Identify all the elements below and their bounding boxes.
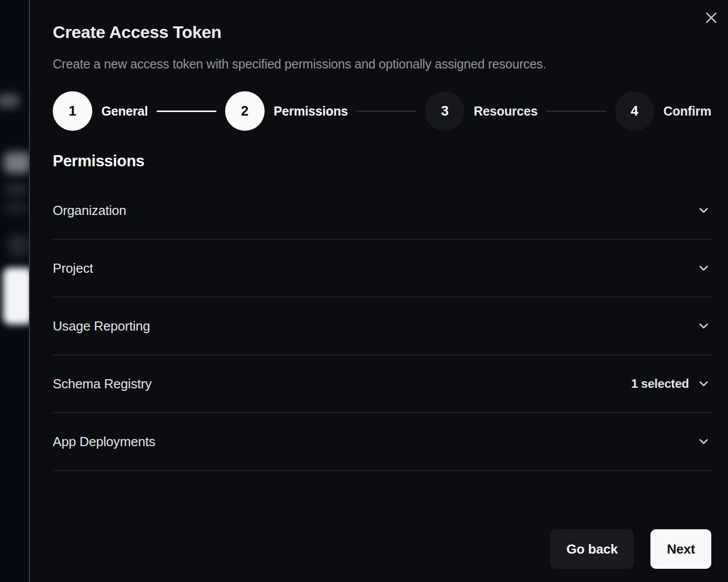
blurred-card-blob bbox=[3, 268, 29, 324]
step-connector bbox=[356, 111, 416, 112]
permissions-accordion: Organization Project bbox=[53, 182, 711, 471]
permissions-heading: Permissions bbox=[53, 152, 144, 170]
accordion-row-schema-registry[interactable]: Schema Registry 1 selected bbox=[53, 355, 711, 413]
blurred-text-blob bbox=[0, 94, 19, 107]
accordion-row-app-deployments[interactable]: App Deployments bbox=[53, 413, 711, 471]
accordion-row-usage-reporting[interactable]: Usage Reporting bbox=[53, 298, 711, 355]
step-resources[interactable]: 3 Resources bbox=[425, 91, 537, 131]
dialog-title: Create Access Token bbox=[53, 22, 222, 42]
step-number-circle: 2 bbox=[225, 91, 265, 131]
accordion-label: Usage Reporting bbox=[53, 318, 150, 334]
accordion-label: Project bbox=[53, 261, 93, 276]
accordion-row-project[interactable]: Project bbox=[53, 240, 711, 298]
step-connector bbox=[157, 111, 216, 112]
step-label: Permissions bbox=[274, 104, 348, 119]
accordion-label: App Deployments bbox=[53, 434, 155, 450]
step-number-circle: 4 bbox=[615, 91, 654, 131]
step-label: Confirm bbox=[664, 104, 711, 119]
chevron-down-icon bbox=[696, 203, 711, 218]
next-button[interactable]: Next bbox=[650, 529, 711, 569]
close-icon bbox=[704, 10, 719, 25]
selected-count-badge: 1 selected bbox=[631, 377, 689, 391]
step-permissions[interactable]: 2 Permissions bbox=[225, 91, 348, 131]
step-confirm[interactable]: 4 Confirm bbox=[615, 91, 711, 131]
chevron-down-icon bbox=[696, 318, 711, 334]
close-button[interactable] bbox=[704, 10, 719, 25]
blurred-text-blob bbox=[5, 202, 28, 214]
accordion-row-organization[interactable]: Organization bbox=[53, 182, 711, 240]
blurred-text-blob bbox=[5, 184, 28, 196]
create-access-token-dialog: Create Access Token Create a new access … bbox=[29, 0, 728, 582]
blurred-heading-blob bbox=[4, 152, 29, 173]
chevron-down-icon bbox=[696, 376, 711, 391]
step-label: General bbox=[101, 104, 148, 119]
step-general[interactable]: 1 General bbox=[53, 91, 148, 131]
step-number-circle: 1 bbox=[53, 91, 92, 131]
blurred-icon-blob bbox=[8, 234, 28, 257]
step-label: Resources bbox=[474, 104, 537, 119]
go-back-button[interactable]: Go back bbox=[550, 529, 634, 569]
chevron-down-icon bbox=[696, 261, 711, 276]
dialog-subtitle: Create a new access token with specified… bbox=[53, 57, 546, 71]
wizard-stepper: 1 General 2 Permissions 3 Resources 4 Co… bbox=[53, 91, 711, 131]
background-page bbox=[0, 0, 29, 582]
step-number-circle: 3 bbox=[425, 91, 464, 131]
chevron-down-icon bbox=[696, 434, 711, 449]
dialog-footer: Go back Next bbox=[550, 529, 711, 569]
step-connector bbox=[546, 111, 606, 112]
accordion-label: Organization bbox=[53, 203, 126, 219]
accordion-label: Schema Registry bbox=[53, 376, 152, 392]
